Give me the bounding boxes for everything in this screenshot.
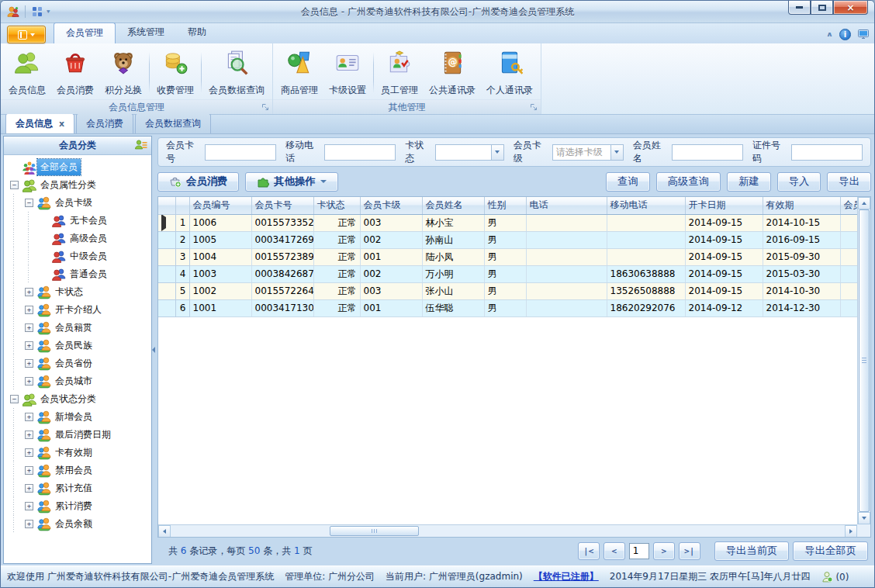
ribbon-button-会员信息[interactable]: 会员信息 (3, 46, 51, 99)
tree-item-禁用会员[interactable]: +禁用会员 (7, 462, 151, 479)
info-icon[interactable]: i (839, 29, 851, 40)
ribbon-tab-1[interactable]: 系统管理 (116, 22, 176, 43)
expand-icon[interactable]: + (22, 413, 36, 421)
expand-icon[interactable]: + (22, 306, 36, 314)
ribbon-button-收费管理[interactable]: 收费管理 (151, 46, 199, 99)
filter-input-会员卡号[interactable] (205, 144, 276, 161)
column-header-会员编号[interactable]: 会员编号 (189, 197, 251, 214)
tree-item-会员民族[interactable]: +会员民族 (7, 337, 151, 355)
table-row[interactable]: 310040015572389正常001陆小凤男2014-09-152015-0… (158, 248, 857, 265)
scroll-up-icon[interactable] (858, 197, 870, 209)
minimize-button[interactable] (788, 1, 811, 15)
tree-item-会员城市[interactable]: +会员城市 (7, 372, 151, 390)
toolbar-button-查询[interactable]: 查询 (606, 172, 650, 192)
ribbon-button-积分兑换[interactable]: 积分兑换 (99, 46, 147, 99)
filter-input-移动电话[interactable] (324, 144, 396, 161)
scroll-right-icon[interactable] (845, 525, 857, 538)
horizontal-scroll-thumb[interactable] (330, 526, 419, 536)
chevron-down-icon[interactable] (610, 145, 623, 160)
tree-item-卡状态[interactable]: +卡状态 (7, 283, 151, 301)
horizontal-scroll-track[interactable] (171, 525, 845, 537)
expand-icon[interactable]: + (22, 520, 36, 528)
export-all-pages-button[interactable]: 导出全部页 (793, 541, 868, 561)
toolbar-button-导入[interactable]: 导入 (777, 172, 821, 192)
toolbar-button-导出[interactable]: 导出 (827, 172, 871, 192)
column-header-会员[interactable]: 会员 (840, 197, 857, 214)
sidebar-splitter[interactable] (152, 134, 156, 566)
ribbon-button-个人通讯录[interactable]: 个人通讯录 (481, 46, 538, 99)
other-operations-button[interactable]: 其他操作 (245, 172, 337, 192)
ribbon-button-员工管理[interactable]: 员工管理 (375, 46, 424, 99)
tree-item-会员余额[interactable]: +会员余额 (7, 515, 151, 533)
ribbon-button-公共通讯录[interactable]: @公共通讯录 (424, 46, 481, 99)
filter-select-会员卡级[interactable]: 请选择卡级 (552, 144, 624, 161)
toolbar-button-高级查询[interactable]: 高级查询 (656, 172, 721, 192)
tree-item-全部会员[interactable]: 全部会员 (7, 158, 151, 176)
expand-icon[interactable]: + (22, 448, 36, 457)
ribbon-button-会员数据查询[interactable]: 会员数据查询 (203, 46, 270, 99)
filter-input-证件号码[interactable] (791, 144, 863, 161)
dialog-launcher-icon[interactable] (529, 102, 538, 112)
expand-icon[interactable]: + (22, 431, 36, 439)
filter-select-卡状态[interactable] (435, 144, 503, 161)
table-row[interactable]: 110060015573352正常003林小宝男2014-09-152014-1… (158, 214, 857, 231)
collapse-icon[interactable]: − (7, 395, 22, 403)
registered-link[interactable]: 【软件已注册】 (534, 570, 599, 583)
expand-icon[interactable]: + (22, 288, 36, 296)
vertical-scroll-thumb[interactable] (859, 209, 870, 512)
tree-item-会员籍贯[interactable]: +会员籍贯 (7, 319, 151, 337)
column-header-有效期[interactable]: 有效期 (763, 197, 840, 214)
close-button[interactable]: × (833, 1, 868, 15)
expand-icon[interactable]: + (22, 323, 36, 332)
tree-item-卡有效期[interactable]: +卡有效期 (7, 444, 151, 462)
column-header-移动电话[interactable]: 移动电话 (607, 197, 685, 214)
scroll-down-icon[interactable] (858, 512, 870, 524)
vertical-scrollbar[interactable] (857, 197, 870, 524)
expand-icon[interactable]: + (22, 359, 36, 368)
expand-icon[interactable]: + (22, 341, 36, 350)
doc-tab-会员数据查询[interactable]: 会员数据查询 (135, 113, 211, 133)
collapse-icon[interactable]: − (22, 199, 36, 207)
page-number-input[interactable] (629, 543, 649, 559)
scroll-left-icon[interactable] (158, 525, 171, 538)
tree-item-会员省份[interactable]: +会员省份 (7, 355, 151, 372)
column-header-性别[interactable]: 性别 (484, 197, 526, 214)
chevron-down-icon[interactable] (491, 145, 503, 160)
maximize-button[interactable] (811, 1, 833, 15)
collapse-sidebar-icon[interactable] (152, 344, 156, 356)
tree-item-新增会员[interactable]: +新增会员 (7, 408, 151, 426)
previous-page-button[interactable]: < (604, 542, 625, 560)
tree-item-会员属性分类[interactable]: −会员属性分类 (7, 176, 151, 194)
next-page-button[interactable]: > (653, 542, 675, 560)
tree-item-开卡介绍人[interactable]: +开卡介绍人 (7, 301, 151, 319)
expand-icon[interactable]: + (22, 502, 36, 510)
ribbon-tab-2[interactable]: 帮助 (176, 22, 218, 43)
tree-item-普通会员[interactable]: 普通会员 (7, 265, 151, 283)
tree-item-会员状态分类[interactable]: −会员状态分类 (7, 390, 151, 408)
column-header-开卡日期[interactable]: 开卡日期 (685, 197, 763, 214)
toolbar-button-新建[interactable]: 新建 (727, 172, 771, 192)
ribbon-button-会员消费[interactable]: 会员消费 (51, 46, 99, 99)
column-header-电话[interactable]: 电话 (526, 197, 607, 214)
last-page-button[interactable]: >| (679, 542, 700, 560)
ribbon-tab-0[interactable]: 会员管理 (54, 22, 116, 43)
application-menu-button[interactable] (7, 26, 46, 43)
expand-icon[interactable]: + (22, 377, 36, 386)
column-header-会员姓名[interactable]: 会员姓名 (422, 197, 484, 214)
column-header-会员卡号[interactable]: 会员卡号 (251, 197, 313, 214)
doc-tab-会员信息[interactable]: 会员信息x (5, 113, 74, 133)
table-row[interactable]: 410030003842687正常002万小明男186306388882014-… (158, 265, 857, 282)
ribbon-button-卡级设置[interactable]: 卡级设置 (323, 46, 372, 99)
collapse-ribbon-icon[interactable]: ∧ (826, 30, 833, 38)
doc-tab-close-icon[interactable]: x (59, 119, 64, 128)
table-row[interactable]: 610010003417130正常001伍华聪男186202920762014-… (158, 299, 857, 316)
table-row[interactable]: 510020015572264正常003张小山男135265088882014-… (158, 282, 857, 299)
tree-item-最后消费日期[interactable]: +最后消费日期 (7, 426, 151, 444)
tree-item-无卡会员[interactable]: 无卡会员 (7, 212, 151, 230)
filter-input-会员姓名[interactable] (672, 144, 743, 161)
member-category-settings-icon[interactable] (135, 139, 147, 151)
first-page-button[interactable]: |< (578, 542, 600, 560)
expand-icon[interactable]: + (22, 466, 36, 475)
collapse-icon[interactable]: − (7, 181, 22, 189)
tree-item-中级会员[interactable]: 中级会员 (7, 247, 151, 265)
